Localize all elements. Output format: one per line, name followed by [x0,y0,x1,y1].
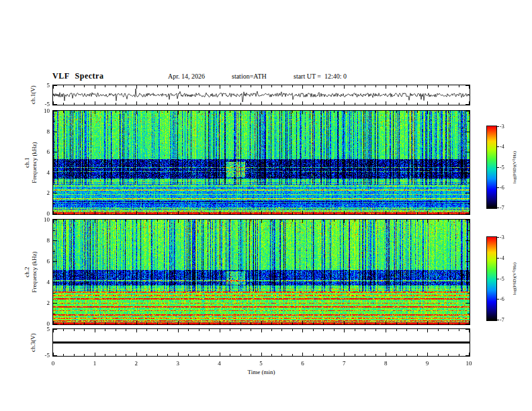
y-tick-mark [53,261,57,262]
x-tick-mark [302,353,303,356]
y-tick-label: 10 [27,216,50,223]
x-minor-tick-mark [323,329,324,331]
x-minor-tick-mark [84,212,85,214]
colorbar-tick-mark [497,279,499,279]
x-minor-tick-mark [126,103,126,105]
x-minor-tick-mark [199,220,200,222]
x-minor-tick-mark [323,111,324,113]
x-minor-tick-mark [84,111,85,113]
ch2-spectrogram-panel [52,219,470,325]
x-minor-tick-mark [292,111,293,113]
x-minor-tick-mark [406,103,407,105]
x-minor-tick-mark [448,322,449,324]
x-minor-tick-mark [230,322,230,324]
x-minor-tick-mark [146,322,147,324]
y-tick-label: 5 [27,326,50,332]
x-minor-tick-mark [116,103,116,105]
x-minor-tick-mark [116,111,116,113]
x-minor-tick-mark [74,220,75,222]
x-minor-tick-mark [365,103,365,105]
x-tick-label: 10 [462,360,476,367]
y-tick-mark [466,355,470,356]
x-minor-tick-mark [355,85,355,87]
x-minor-tick-mark [438,85,439,87]
x-minor-tick-mark [240,322,241,324]
colorbar-tick-label: -3 [500,124,512,130]
x-minor-tick-mark [157,329,158,331]
x-minor-tick-mark [209,111,210,113]
x-minor-tick-mark [313,354,314,356]
y-tick-mark [53,152,57,152]
y-tick-mark [466,111,470,111]
x-minor-tick-mark [417,220,418,222]
colorbar-tick-label: -7 [500,317,512,323]
x-minor-tick-mark [396,329,397,331]
x-minor-tick-mark [406,220,407,222]
colorbar-ch2-canvas [487,237,496,320]
y-minor-tick-mark [53,183,55,183]
x-minor-tick-mark [438,329,439,331]
y-tick-label: 5 [27,82,50,89]
x-minor-tick-mark [251,212,251,214]
y-minor-tick-mark [53,163,55,163]
x-minor-tick-mark [375,354,376,356]
x-minor-tick-mark [146,85,147,87]
ch1-spectrogram-canvas [53,111,470,214]
x-minor-tick-mark [167,111,168,113]
x-minor-tick-mark [438,103,439,105]
x-minor-tick-mark [240,212,241,214]
x-minor-tick-mark [396,354,397,356]
x-minor-tick-mark [448,220,449,222]
x-minor-tick-mark [459,111,459,113]
x-minor-tick-mark [292,354,293,356]
x-minor-tick-mark [459,322,459,324]
x-tick-mark [386,85,386,89]
colorbar-tick-mark [497,126,499,127]
x-minor-tick-mark [271,322,272,324]
y-tick-mark [466,282,470,283]
x-minor-tick-mark [281,85,282,87]
x-minor-tick-mark [209,212,210,214]
x-tick-mark [427,220,428,223]
x-minor-tick-mark [126,322,126,324]
x-minor-tick-mark [74,85,75,87]
x-minor-tick-mark [271,85,272,87]
x-minor-tick-mark [417,212,418,214]
x-minor-tick-mark [281,111,282,113]
x-minor-tick-mark [396,111,397,113]
y-minor-tick-mark [468,342,470,343]
x-minor-tick-mark [240,220,241,222]
x-minor-tick-mark [375,212,376,214]
colorbar-tick-mark [497,237,499,238]
x-minor-tick-mark [199,85,200,87]
x-tick-mark [220,85,220,89]
x-tick-mark [136,321,137,324]
x-tick-label: 7 [337,360,351,367]
x-minor-tick-mark [84,220,85,222]
x-tick-mark [220,329,220,332]
x-minor-tick-mark [459,220,459,222]
colorbar-tick-label: -5 [500,276,512,282]
x-tick-mark [95,220,95,223]
x-minor-tick-mark [323,220,324,222]
x-tick-mark [95,111,95,114]
ch1-axis-label-line2: Frequency (kHz) [31,112,38,213]
x-minor-tick-mark [146,354,147,356]
x-minor-tick-mark [323,354,324,356]
x-tick-mark [136,111,137,114]
x-minor-tick-mark [323,322,324,324]
y-tick-mark [466,132,470,132]
x-tick-mark [178,85,179,89]
x-minor-tick-mark [157,212,158,214]
y-minor-tick-mark [468,203,470,204]
x-minor-tick-mark [375,103,376,105]
station-label: station=ATH [232,73,267,80]
x-minor-tick-mark [355,329,355,331]
ch3-waveform-canvas [53,329,470,356]
colorbar-tick-mark [497,146,499,147]
y-tick-mark [466,329,470,330]
x-minor-tick-mark [188,220,189,222]
x-tick-mark [302,321,303,324]
x-minor-tick-mark [188,354,189,356]
x-tick-mark [95,329,95,332]
